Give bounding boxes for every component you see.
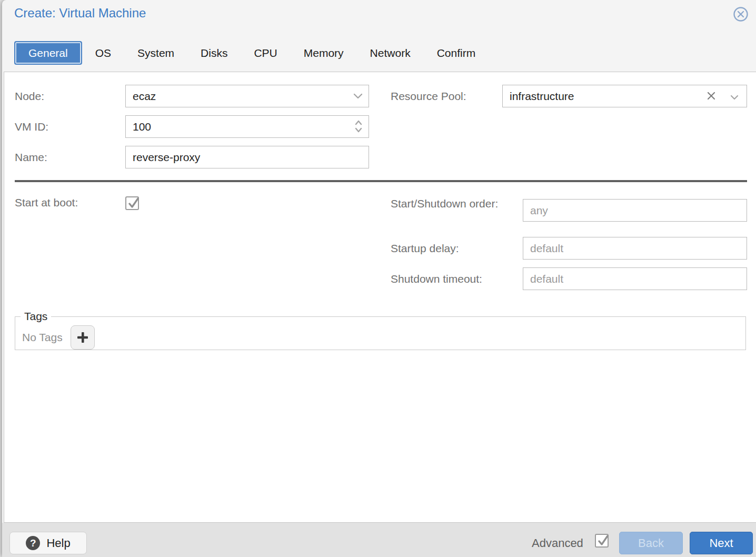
help-button[interactable]: ? Help bbox=[9, 532, 87, 554]
tab-network[interactable]: Network bbox=[357, 41, 424, 65]
general-form-panel: Node: VM ID: Name: Resource Pool: bbox=[4, 72, 756, 523]
vm-id-label: VM ID: bbox=[15, 115, 48, 138]
plus-icon bbox=[76, 331, 89, 344]
startup-delay-input[interactable] bbox=[523, 237, 747, 260]
vm-id-spinner[interactable] bbox=[125, 115, 369, 138]
name-input[interactable] bbox=[125, 146, 369, 168]
no-tags-text: No Tags bbox=[22, 331, 63, 344]
tab-os[interactable]: OS bbox=[82, 41, 124, 65]
tab-cpu[interactable]: CPU bbox=[241, 41, 290, 65]
back-button[interactable]: Back bbox=[619, 532, 683, 554]
resource-pool-label: Resource Pool: bbox=[391, 85, 466, 107]
tab-system[interactable]: System bbox=[124, 41, 187, 65]
start-at-boot-label: Start at boot: bbox=[15, 194, 78, 212]
check-icon bbox=[125, 195, 141, 211]
wizard-tab-bar: General OS System Disks CPU Memory Netwo… bbox=[14, 41, 489, 65]
start-shutdown-order-input[interactable] bbox=[523, 199, 747, 222]
section-divider bbox=[15, 180, 747, 182]
tags-row: No Tags bbox=[15, 323, 745, 350]
question-mark-icon: ? bbox=[26, 536, 40, 550]
next-button[interactable]: Next bbox=[690, 532, 753, 554]
create-vm-dialog: Create: Virtual Machine General OS Syste… bbox=[2, 0, 756, 557]
screen: Create: Virtual Machine General OS Syste… bbox=[0, 0, 756, 557]
start-at-boot-checkbox[interactable] bbox=[125, 196, 139, 210]
dialog-title: Create: Virtual Machine bbox=[14, 6, 146, 21]
advanced-checkbox[interactable] bbox=[595, 534, 609, 548]
tags-legend: Tags bbox=[21, 310, 51, 323]
tab-general[interactable]: General bbox=[14, 41, 82, 65]
add-tag-button[interactable] bbox=[71, 325, 95, 350]
advanced-label: Advanced bbox=[532, 532, 583, 554]
name-label: Name: bbox=[15, 146, 47, 168]
tab-memory[interactable]: Memory bbox=[291, 41, 357, 65]
shutdown-timeout-input[interactable] bbox=[523, 267, 747, 290]
clear-x-icon[interactable] bbox=[707, 91, 716, 103]
start-shutdown-order-label: Start/Shutdown order: bbox=[391, 196, 504, 212]
check-icon bbox=[595, 532, 611, 548]
tab-disks[interactable]: Disks bbox=[187, 41, 241, 65]
tab-confirm[interactable]: Confirm bbox=[424, 41, 489, 65]
shutdown-timeout-label: Shutdown timeout: bbox=[391, 267, 482, 290]
close-icon[interactable] bbox=[733, 6, 749, 22]
dialog-footer: ? Help Advanced Back Next bbox=[2, 523, 756, 557]
node-label: Node: bbox=[15, 85, 44, 107]
help-button-label: Help bbox=[46, 536, 70, 550]
chevron-down-icon[interactable] bbox=[353, 92, 363, 102]
startup-delay-label: Startup delay: bbox=[391, 237, 459, 260]
chevron-down-icon[interactable] bbox=[730, 93, 739, 103]
node-combobox[interactable] bbox=[125, 85, 369, 107]
tags-fieldset: Tags No Tags bbox=[15, 310, 746, 350]
spinner-up-down-icon[interactable] bbox=[355, 120, 362, 135]
